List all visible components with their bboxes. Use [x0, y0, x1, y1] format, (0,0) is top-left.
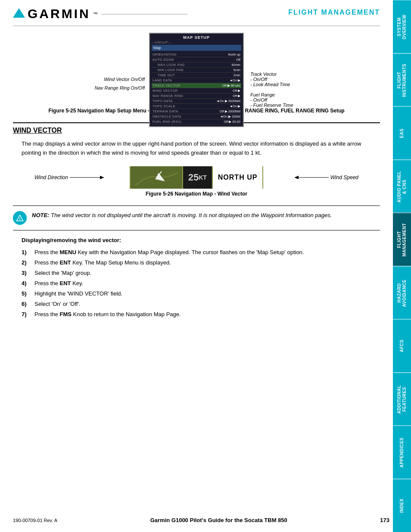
step-4-text: Press the ENT Key.: [34, 279, 380, 288]
step-3-text: Select the 'Map' group.: [34, 268, 380, 278]
garmin-logo: GARMIN™: [13, 6, 187, 21]
map-row-orientation: ORIENTATIONNorth up: [152, 52, 241, 57]
wind-arrow-area: [131, 166, 182, 189]
wind-direction-label: Wind Direction: [34, 174, 68, 180]
procedure-heading: Displaying/removing the wind vector:: [22, 237, 380, 243]
page-title: FLIGHT MANAGEMENT: [288, 6, 380, 16]
sidebar-tab-index[interactable]: INDEX: [393, 479, 411, 532]
sidebar-tab-eas[interactable]: EAS: [393, 106, 411, 160]
menu-key: MENU: [60, 249, 76, 255]
wind-direction-arrow-line: [70, 173, 104, 182]
fms-key: FMS: [60, 311, 72, 317]
sidebar-tab-flight-management[interactable]: FLIGHTMANAGEMENT: [393, 213, 411, 266]
step-7: 7) Press the FMS Knob to return to the N…: [22, 310, 380, 319]
step-2-text: Press the ENT Key. The Map Setup Menu is…: [34, 258, 380, 268]
step-5-num: 5): [22, 289, 30, 299]
map-row-landdata: LAND DATA◄On ▶: [152, 78, 241, 83]
wind-direction-label-container: Wind Direction: [34, 173, 104, 182]
step-3-num: 3): [22, 268, 30, 278]
map-row-minlook: MIN LOOK FHD5min: [152, 68, 241, 73]
svg-text:!: !: [19, 217, 21, 221]
callout-track-vector: Track Vector - On/Off - Look Ahead Time …: [250, 72, 293, 108]
map-row-toposcale: TOPO SCALE◄On ▶: [152, 104, 241, 109]
map-row-windvector: WIND VECTOROff ▶: [152, 88, 241, 93]
step-7-num: 7): [22, 310, 30, 319]
note-text: NOTE: The wind vector is not displayed u…: [32, 211, 332, 220]
step-6-num: 6): [22, 299, 30, 309]
step-5: 5) Highlight the 'WIND VECTOR' field.: [22, 289, 380, 299]
figure-26-caption: Figure 5-26 Navigation Map - Wind Vector: [13, 191, 380, 197]
map-row-timeout: TIME OUT2min: [152, 73, 241, 78]
wind-speed-arrow-line: [294, 173, 329, 182]
map-row-maxlook: MAX LOOK FHD60min: [152, 62, 241, 68]
trademark-symbol: ™: [93, 11, 98, 16]
figure-25-wrapper: Wind Vector On/Off Nav Range Ring On/Off…: [13, 33, 380, 127]
note-body-text: The wind vector is not displayed until t…: [49, 212, 332, 218]
step-4: 4) Press the ENT Key.: [22, 279, 380, 288]
body-text-wind-vector: The map displays a wind vector arrow in …: [22, 140, 380, 158]
wind-speed-text-label: Wind Speed: [330, 174, 358, 180]
map-row-topodata: TOPO DATA◄On ▶ 2000NM: [152, 99, 241, 104]
footer-page: 173: [380, 517, 389, 523]
ent-key-1: ENT: [60, 259, 71, 266]
step-1-num: 1): [22, 248, 30, 257]
step-1-text: Press the MENU Key with the Navigation M…: [34, 248, 380, 257]
sidebar-tab-additional-features[interactable]: ADDITIONALFEATURES: [393, 373, 411, 426]
procedure-list: 1) Press the MENU Key with the Navigatio…: [22, 248, 380, 320]
sidebar-tab-flight-instruments[interactable]: FLIGHTINSTRUMENTS: [393, 53, 411, 107]
step-4-num: 4): [22, 279, 30, 288]
sidebar: SYSTEMOVERVIEW FLIGHTINSTRUMENTS EAS AUD…: [393, 0, 411, 532]
note-bold-label: NOTE:: [32, 212, 49, 218]
step-3: 3) Select the 'Map' group.: [22, 268, 380, 278]
callout-wind-vector-onoff: Wind Vector On/Off: [104, 77, 145, 82]
step-7-text: Press the FMS Knob to return to the Navi…: [34, 310, 380, 319]
map-group-label: —GROUP—: [152, 40, 241, 44]
garmin-logo-text: GARMIN: [28, 6, 90, 21]
map-row-terraindata: TERRAIN DATAOff ▶ 2000NM: [152, 109, 241, 114]
wind-speed-label-container: Wind Speed: [294, 173, 358, 182]
note-icon: !: [13, 211, 27, 225]
note-box: ! NOTE: The wind vector is not displayed…: [13, 205, 380, 230]
svg-marker-1: [100, 176, 104, 179]
sidebar-tab-appendices[interactable]: APPENDICES: [393, 426, 411, 479]
map-row-obstacledata: OBSTACLE DATA◄On ▶ 20NM: [152, 114, 241, 119]
map-row-fuelrng: FUEL RNG (RSV)Off ▶ 00:20: [152, 119, 241, 124]
map-group-box: Map: [152, 45, 241, 51]
wind-speed-unit: KT: [199, 174, 207, 181]
wind-direction-svg: [131, 166, 182, 189]
map-row-trackvector: TRACK VECTOROff ▶ 60 sec: [152, 83, 241, 88]
footer: 190-00709-01 Rev. A Garmin G1000 Pilot's…: [13, 517, 389, 523]
ent-key-2: ENT: [60, 280, 71, 286]
section-heading-wind-vector: WIND VECTOR: [13, 127, 380, 134]
sidebar-tab-system-overview[interactable]: SYSTEMOVERVIEW: [393, 0, 411, 53]
step-6: 6) Select 'On' or 'Off'.: [22, 299, 380, 309]
caution-icon: !: [16, 214, 24, 222]
footer-doc-number: 190-00709-01 Rev. A: [13, 518, 57, 523]
wind-compass-label: NORTH UP: [212, 166, 263, 189]
sidebar-tab-afcs[interactable]: AFCS: [393, 319, 411, 373]
wind-speed-value: 25KT: [182, 166, 212, 189]
sidebar-tab-hazard-avoidance[interactable]: HAZARDAVOIDANCE: [393, 266, 411, 320]
map-setup-title: MAP SETUP: [152, 35, 241, 40]
footer-title: Garmin G1000 Pilot's Guide for the Socat…: [150, 517, 287, 523]
figure-25-inner: Wind Vector On/Off Nav Range Ring On/Off…: [149, 33, 244, 127]
step-5-text: Highlight the 'WIND VECTOR' field.: [34, 289, 380, 299]
wind-display: 25KT NORTH UP: [130, 166, 264, 189]
step-1: 1) Press the MENU Key with the Navigatio…: [22, 248, 380, 257]
step-6-text: Select 'On' or 'Off'.: [34, 299, 380, 309]
svg-marker-4: [294, 176, 299, 179]
figure-26-area: Wind Direction 2: [13, 166, 380, 189]
map-row-autozoom: AUTO ZOOMOff: [152, 57, 241, 62]
step-2: 2) Press the ENT Key. The Map Setup Menu…: [22, 258, 380, 268]
callout-nav-range-ring: Nav Range Ring On/Off: [95, 85, 145, 90]
map-row-navrandering: NAV RANGE RINGOff ▶: [152, 93, 241, 99]
map-setup-screen: MAP SETUP —GROUP— Map ORIENTATIONNorth u…: [149, 33, 244, 127]
step-2-num: 2): [22, 258, 30, 268]
sidebar-tab-audio-panel[interactable]: AUDIO PANEL& CNS: [393, 160, 411, 213]
